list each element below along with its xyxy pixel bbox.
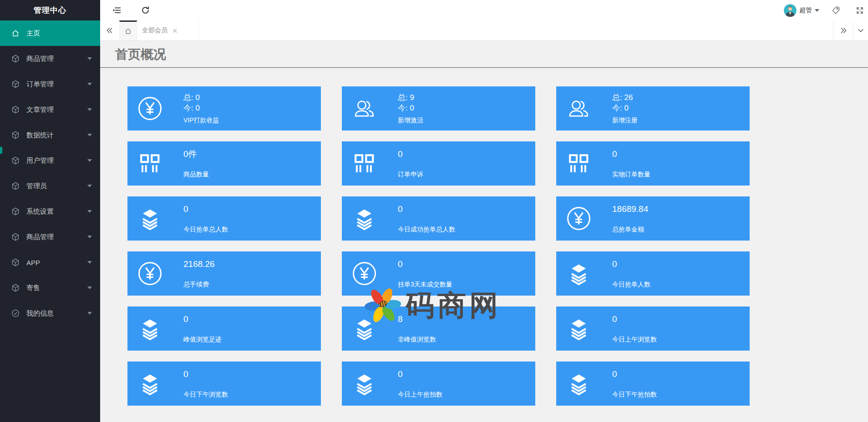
stat-value: 0 <box>612 314 657 325</box>
stat-card-body: 0今日下午抢拍数 <box>612 369 657 399</box>
chevron-down-icon[interactable] <box>815 9 819 12</box>
users-icon <box>567 96 591 121</box>
stats-grid: 总: 0今: 0VIP打款收益总: 9今: 0新增激活总: 26今: 0新增注册… <box>100 68 868 406</box>
tab-home[interactable] <box>119 20 137 40</box>
sidebar-item[interactable]: 我的信息 <box>0 301 100 326</box>
stat-card: 0今日成功抢单总人数 <box>342 196 535 241</box>
layers-icon <box>352 206 376 231</box>
stat-card-body: 0挂单3天未成交数量 <box>398 259 452 289</box>
stat-label: 新增激活 <box>398 116 423 125</box>
sidebar-item-label: 商品管理 <box>26 55 54 63</box>
sidebar-item[interactable]: 订单管理 <box>0 71 100 97</box>
stat-card-icon-box <box>137 96 162 121</box>
stat-value: 2168.26 <box>183 259 215 270</box>
tabs-menu-icon[interactable] <box>853 20 868 40</box>
sidebar-item[interactable]: 数据统计 <box>0 122 100 148</box>
stat-value: 总: 9 <box>398 92 423 103</box>
yen-circle-icon <box>352 261 376 286</box>
stat-label: 今日上午抢拍数 <box>398 391 442 399</box>
sidebar-item[interactable]: 文章管理 <box>0 97 100 122</box>
stat-value: 0 <box>612 149 650 160</box>
avatar[interactable] <box>784 4 797 17</box>
stat-label: 今日成功抢单总人数 <box>398 226 455 234</box>
user-name[interactable]: 超管 <box>799 6 812 15</box>
tag-icon[interactable] <box>831 6 840 15</box>
stat-label: 今日抢单总人数 <box>183 226 228 234</box>
goods-icon <box>138 151 162 176</box>
sidebar-item-label: 文章管理 <box>26 106 54 114</box>
stat-card-icon-box <box>566 261 591 286</box>
chevron-down-icon <box>87 236 92 238</box>
layers-icon <box>567 372 591 396</box>
stat-card: 18689.84总抢单金额 <box>556 196 750 241</box>
fullscreen-icon[interactable] <box>856 6 864 15</box>
cube-icon <box>11 80 20 89</box>
home-icon <box>11 29 20 38</box>
chevron-down-icon <box>87 159 92 162</box>
refresh-icon[interactable] <box>141 5 150 15</box>
sidebar-item-label: 数据统计 <box>26 131 54 140</box>
sidebar-item[interactable]: 寄售 <box>0 275 100 301</box>
stat-card: 0挂单3天未成交数量 <box>342 251 535 296</box>
stat-card: 总: 0今: 0VIP打款收益 <box>127 86 321 131</box>
stat-card-body: 0今日上午浏览数 <box>612 314 657 344</box>
stat-card-icon-box <box>566 372 591 396</box>
stat-value: 总: 0 <box>183 92 219 103</box>
chevron-down-icon <box>87 134 92 136</box>
stat-value: 今: 0 <box>612 103 638 113</box>
chevron-down-icon <box>87 57 92 60</box>
collapse-menu-icon[interactable] <box>112 5 122 15</box>
layers-icon <box>567 261 591 286</box>
stat-label: VIP打款收益 <box>183 116 219 125</box>
chevron-down-icon <box>87 286 92 289</box>
chevron-down-icon <box>87 312 92 315</box>
sidebar-item[interactable]: 商品管理 <box>0 224 100 250</box>
stat-value: 0 <box>398 149 423 160</box>
goods-icon <box>567 151 591 176</box>
stat-label: 今日上午浏览数 <box>612 336 657 344</box>
stat-label: 挂单3天未成交数量 <box>398 281 452 289</box>
stat-card-body: 0件商品数量 <box>183 149 209 179</box>
stat-label: 今日抢单人数 <box>612 281 650 289</box>
cube-icon <box>11 181 20 191</box>
stat-card-body: 0峰值浏览足迹 <box>183 314 222 344</box>
stat-card-icon-box <box>351 372 377 396</box>
sidebar-item[interactable]: 系统设置 <box>0 199 100 224</box>
stat-label: 新增注册 <box>612 116 638 125</box>
stat-card-icon-box <box>137 261 162 286</box>
tabs-scroll-right-icon[interactable] <box>833 20 853 40</box>
stat-value: 0 <box>398 259 452 270</box>
cube-icon <box>11 131 20 140</box>
stat-card-body: 0今日下午浏览数 <box>183 369 228 399</box>
yen-circle-icon <box>138 261 162 286</box>
stat-card: 总: 9今: 0新增激活 <box>342 86 535 131</box>
stat-value: 0 <box>183 369 228 380</box>
stat-card: 0今日抢单总人数 <box>127 196 321 241</box>
sidebar-item[interactable]: 管理员 <box>0 173 100 199</box>
stat-value: 8 <box>398 314 436 325</box>
sidebar-item[interactable]: 商品管理 <box>0 46 100 71</box>
stat-card: 0实物订单数量 <box>556 141 750 186</box>
stat-card-icon-box <box>137 316 162 341</box>
topbar: 超管 <box>100 0 868 20</box>
sidebar-item[interactable]: 用户管理 <box>0 148 100 173</box>
stat-card-body: 0今日成功抢单总人数 <box>398 204 455 234</box>
stat-card-icon-box <box>351 261 377 286</box>
stat-label: 商品数量 <box>183 171 209 179</box>
sidebar-item[interactable]: APP <box>0 250 100 275</box>
shield-check-icon <box>11 309 20 318</box>
close-icon[interactable]: ✕ <box>172 27 178 34</box>
stat-value: 0 <box>183 314 222 325</box>
stat-card-icon-box <box>566 96 591 121</box>
tab-all-members[interactable]: 全部会员 ✕ <box>137 20 199 40</box>
sidebar-item[interactable]: 主页 <box>0 20 100 46</box>
tabs-scroll-left-icon[interactable] <box>100 20 119 40</box>
stat-card-body: 8非峰值浏览数 <box>398 314 436 344</box>
stat-card-icon-box <box>566 206 591 231</box>
stat-card: 0件商品数量 <box>127 141 321 186</box>
stat-card-icon-box <box>137 151 162 176</box>
stat-card-body: 0实物订单数量 <box>612 149 650 179</box>
stat-value: 今: 0 <box>183 103 219 113</box>
stat-value: 0 <box>612 259 650 270</box>
stat-card-icon-box <box>351 316 377 341</box>
